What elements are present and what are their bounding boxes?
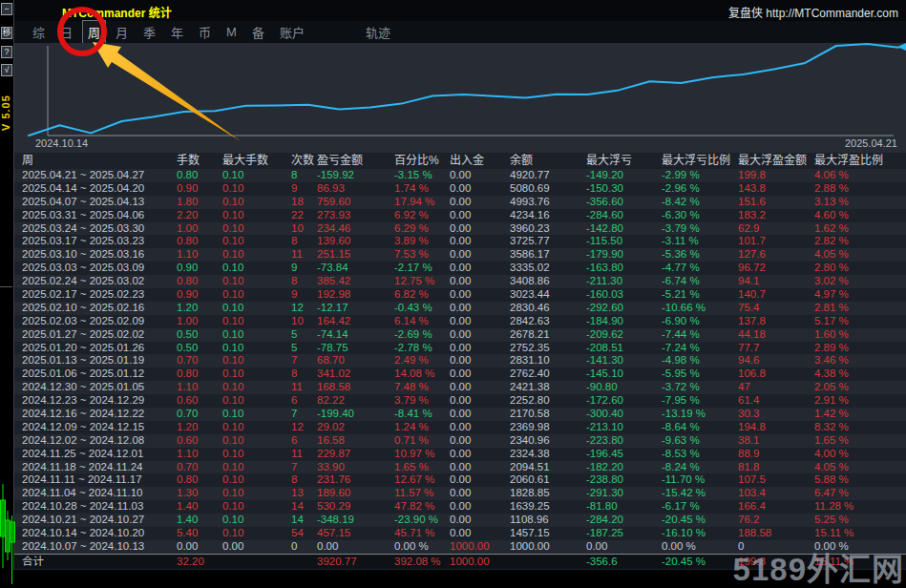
table-row[interactable]: 2024.12.23 ~ 2024.12.290.600.10682.223.7… xyxy=(14,394,906,408)
column-header-count[interactable]: 次数 xyxy=(291,153,317,169)
cell-count: 8 xyxy=(291,169,317,182)
table-row[interactable]: 2025.04.21 ~ 2025.04.270.800.108-159.92-… xyxy=(14,169,906,182)
column-header-pnl[interactable]: 盈亏金额 xyxy=(317,153,394,169)
cell-lots: 1.00 xyxy=(177,222,222,236)
cell-deposit: 0.00 xyxy=(450,182,510,196)
total-cell-max-float-loss: -356.6 xyxy=(586,555,662,569)
watermark: 5189外汇网 xyxy=(733,544,904,588)
table-row[interactable]: 2025.01.27 ~ 2025.02.020.500.105-74.14-2… xyxy=(14,328,906,342)
cell-pnl-pct: 0.00 % xyxy=(394,540,450,554)
cell-max-float-profit: 47 xyxy=(738,381,814,394)
table-row[interactable]: 2024.11.04 ~ 2024.11.101.300.1013189.601… xyxy=(14,487,906,500)
cell-pnl-pct: 6.92 % xyxy=(394,209,450,222)
table-row[interactable]: 2024.12.02 ~ 2024.12.080.600.10616.580.7… xyxy=(14,434,906,448)
column-header-week[interactable]: 周 xyxy=(22,153,177,169)
cell-balance: 2842.63 xyxy=(510,315,586,328)
cell-count: 6 xyxy=(291,434,317,448)
cell-week: 2024.12.16 ~ 2024.12.22 xyxy=(22,408,177,421)
cell-balance: 2831.10 xyxy=(510,354,586,368)
table-row[interactable]: 2025.03.24 ~ 2025.03.301.000.1010234.466… xyxy=(14,222,906,236)
cell-max-float-profit: 94.1 xyxy=(738,275,814,288)
help-button[interactable]: ? xyxy=(1,46,12,58)
cell-lots: 0.80 xyxy=(177,368,222,381)
table-row[interactable]: 2024.12.30 ~ 2025.01.051.100.1011168.587… xyxy=(14,381,906,394)
table-row[interactable]: 2025.04.07 ~ 2025.04.131.800.1018759.601… xyxy=(14,196,906,209)
balance-chart-svg xyxy=(14,43,906,153)
table-row[interactable]: 2025.01.20 ~ 2025.01.260.500.105-78.75-2… xyxy=(14,342,906,355)
cell-max-float-profit: 77.7 xyxy=(738,342,814,355)
cell-max-float-loss: -182.20 xyxy=(586,461,662,474)
tab-轨迹[interactable]: 轨迹 xyxy=(360,20,396,44)
cell-max-lots: 0.10 xyxy=(222,248,291,262)
move-button[interactable]: 移 xyxy=(1,27,12,39)
table-row[interactable]: 2025.02.03 ~ 2025.02.091.000.1010164.426… xyxy=(14,315,906,328)
cell-max-float-profit-pct: 2.81 % xyxy=(814,302,906,315)
tab-综[interactable]: 综 xyxy=(27,20,51,44)
cell-lots: 0.70 xyxy=(177,461,222,474)
cell-max-float-profit: 183.2 xyxy=(738,209,814,222)
table-row[interactable]: 2025.02.10 ~ 2025.02.161.200.1012-12.17-… xyxy=(14,302,906,315)
table-row[interactable]: 2025.04.14 ~ 2025.04.200.900.10986.931.7… xyxy=(14,182,906,196)
table-row[interactable]: 2025.01.13 ~ 2025.01.190.700.10768.702.4… xyxy=(14,354,906,368)
cell-balance: 3408.86 xyxy=(510,275,586,288)
table-row[interactable]: 2024.12.16 ~ 2024.12.220.700.107-199.40-… xyxy=(14,408,906,421)
cell-pnl-pct: 0.71 % xyxy=(394,434,450,448)
cell-pnl-pct: 14.08 % xyxy=(394,368,450,381)
table-row[interactable]: 2025.03.03 ~ 2025.03.090.900.109-73.84-2… xyxy=(14,262,906,275)
column-header-lots[interactable]: 手数 xyxy=(177,153,222,169)
table-row[interactable]: 2024.11.18 ~ 2024.11.240.700.10733.901.6… xyxy=(14,461,906,474)
cell-pnl: 168.58 xyxy=(317,381,394,394)
total-cell-count xyxy=(291,555,317,569)
table-row[interactable]: 2024.10.21 ~ 2024.10.271.400.1014-348.19… xyxy=(14,514,906,527)
tab-币[interactable]: 币 xyxy=(193,20,217,44)
column-header-deposit[interactable]: 出入金 xyxy=(450,153,510,169)
table-row[interactable]: 2025.03.17 ~ 2025.03.230.800.108139.603.… xyxy=(14,235,906,248)
column-header-max-float-loss[interactable]: 最大浮亏 xyxy=(586,153,662,169)
cell-max-lots: 0.10 xyxy=(222,461,291,474)
cell-max-float-profit: 106.8 xyxy=(738,368,814,381)
table-row[interactable]: 2024.11.25 ~ 2024.12.011.100.1011229.871… xyxy=(14,448,906,461)
brand-link[interactable]: 复盘侠 http://MTCommander.com xyxy=(728,4,898,20)
table-row[interactable]: 2024.11.11 ~ 2024.11.170.800.108231.7612… xyxy=(14,473,906,487)
cell-pnl: 759.60 xyxy=(317,196,394,209)
tab-季[interactable]: 季 xyxy=(137,20,161,44)
table-row[interactable]: 2025.02.17 ~ 2025.02.230.900.109192.986.… xyxy=(14,288,906,302)
tab-账户[interactable]: 账户 xyxy=(274,20,310,44)
table-row[interactable]: 2024.10.14 ~ 2024.10.205.400.1054457.154… xyxy=(14,527,906,540)
balance-chart: 2024.10.14 2025.04.21 xyxy=(14,43,906,153)
column-header-pnl-pct[interactable]: 百分比% xyxy=(394,153,450,169)
cell-max-float-loss: -300.40 xyxy=(586,408,662,421)
column-header-max-float-loss-pct[interactable]: 最大浮亏比例 xyxy=(662,153,738,169)
tab-M[interactable]: M xyxy=(221,22,242,42)
column-header-balance[interactable]: 余额 xyxy=(510,153,586,169)
column-header-max-lots[interactable]: 最大手数 xyxy=(222,153,291,169)
table-row[interactable]: 2024.10.28 ~ 2024.11.031.400.1014530.294… xyxy=(14,500,906,514)
table-row[interactable]: 2025.03.31 ~ 2025.04.062.200.1022273.936… xyxy=(14,209,906,222)
cell-deposit: 0.00 xyxy=(450,209,510,222)
cell-max-float-profit-pct: 4.00 % xyxy=(814,448,906,461)
minimize-button[interactable]: − xyxy=(1,3,12,15)
column-header-max-float-profit-pct[interactable]: 最大浮盈比例 xyxy=(814,153,906,169)
cell-max-float-profit-pct: 4.05 % xyxy=(814,461,906,474)
cell-lots: 5.40 xyxy=(177,527,222,540)
cell-max-float-loss-pct: -8.53 % xyxy=(662,448,738,461)
table-row[interactable]: 2025.03.10 ~ 2025.03.161.100.1011251.157… xyxy=(14,248,906,262)
tab-周[interactable]: 周 xyxy=(82,20,106,44)
column-header-max-float-profit[interactable]: 最大浮盈金额 xyxy=(738,153,814,169)
tab-月[interactable]: 月 xyxy=(110,20,134,44)
cell-deposit: 0.00 xyxy=(450,235,510,248)
tab-备[interactable]: 备 xyxy=(246,20,270,44)
apply-button[interactable]: √ xyxy=(1,64,12,76)
cell-count: 13 xyxy=(291,487,317,500)
table-row[interactable]: 2025.02.24 ~ 2025.03.020.800.108385.4212… xyxy=(14,275,906,288)
cell-max-float-loss-pct: -6.17 % xyxy=(662,500,738,514)
cell-pnl-pct: 7.48 % xyxy=(394,381,450,394)
cell-max-float-profit-pct: 5.88 % xyxy=(814,473,906,487)
table-row[interactable]: 2025.01.06 ~ 2025.01.120.800.108341.0214… xyxy=(14,368,906,381)
table-body: 2025.04.21 ~ 2025.04.270.800.108-159.92-… xyxy=(14,169,906,554)
tab-日[interactable]: 日 xyxy=(54,20,78,44)
cell-pnl-pct: -23.90 % xyxy=(394,514,450,527)
tab-年[interactable]: 年 xyxy=(165,20,189,44)
table-row[interactable]: 2024.12.09 ~ 2024.12.151.200.101229.021.… xyxy=(14,421,906,434)
total-cell-deposit: 1000.00 xyxy=(450,555,510,569)
